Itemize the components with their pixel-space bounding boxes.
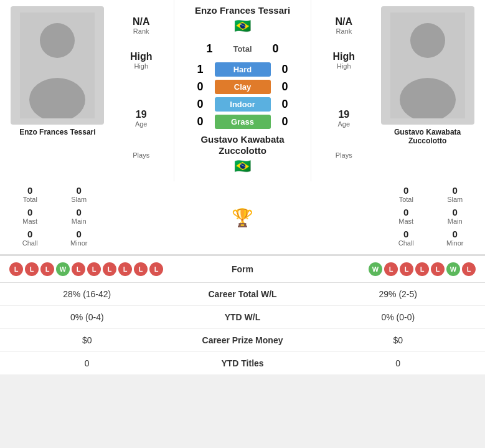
player2-plays-label: Plays <box>336 151 352 159</box>
player1-high-label: High <box>134 62 148 70</box>
form-badge-p1: L <box>118 262 132 276</box>
player2-high-value: High <box>333 51 356 62</box>
form-section: LLLWLLLLLL Form WLLLLWL <box>0 255 485 283</box>
form-badge-p1: L <box>103 262 116 276</box>
player1-age-label: Age <box>135 120 148 128</box>
player2-avatar-block: Gustavo Kawabata Zuccolotto <box>376 0 485 181</box>
stats-right-val: 0% (0-0) <box>311 312 486 322</box>
stats-left-val: 28% (16-42) <box>0 289 174 299</box>
trophy-center: 🏆 <box>109 181 376 254</box>
player2-rank-label: Rank <box>336 27 352 35</box>
form-badge-p1: L <box>9 262 23 276</box>
player2-high-label: High <box>337 62 351 70</box>
form-badge-p1: L <box>149 262 163 276</box>
player2-age-value: 19 <box>338 109 349 120</box>
player2-mast-lbl: Mast <box>398 217 413 225</box>
player1-age-value: 19 <box>136 109 147 120</box>
player1-mast-lbl: Mast <box>22 217 37 225</box>
player1-name-top: Enzo Frances Tessari 🇧🇷 <box>195 5 290 36</box>
stats-row: 0 YTD Titles 0 <box>0 352 485 375</box>
total-score-row: 1 Total 0 <box>200 42 285 55</box>
player1-mid-stats: N/A Rank High High 19 Age Plays <box>109 0 174 181</box>
player2-high-section: High High <box>333 51 356 70</box>
player1-slam-val: 0 <box>77 185 82 196</box>
player2-age-section: 19 Age <box>338 109 351 128</box>
player2-chall-val: 0 <box>403 229 408 239</box>
grass-row: 0 Grass 0 <box>177 115 308 129</box>
player1-total-val: 0 <box>27 185 32 196</box>
stats-center-label: YTD Titles <box>174 358 311 368</box>
stats-center-label: Career Total W/L <box>174 289 311 299</box>
player2-minor-val: 0 <box>453 229 458 239</box>
player2-name-header: Gustavo Kawabata Zuccolotto <box>177 134 308 156</box>
player1-total-stat: 0 Total <box>6 184 54 204</box>
player1-chall-val: 0 <box>27 229 32 239</box>
indoor-row: 0 Indoor 0 <box>177 97 308 112</box>
form-badge-p1: L <box>40 262 54 276</box>
players-top-section: Enzo Frances Tessari N/A Rank High High … <box>0 0 485 181</box>
player2-total-lbl: Total <box>399 196 413 203</box>
player2-chall-stat: 0 Chall <box>382 227 430 248</box>
form-badge-p2: L <box>384 262 398 276</box>
clay-p1-score: 0 <box>191 80 210 93</box>
player1-high-section: High High <box>130 51 153 70</box>
player1-rank-value: N/A <box>133 16 150 27</box>
player1-flag: 🇧🇷 <box>234 18 251 34</box>
player1-mast-stat: 0 Mast <box>6 206 54 226</box>
player2-mast-val: 0 <box>403 207 408 217</box>
player2-name-below: Gustavo Kawabata Zuccolotto <box>376 128 479 145</box>
clay-p2-score: 0 <box>276 80 294 93</box>
player1-minor-stat: 0 Minor <box>55 227 103 248</box>
player1-chall-stat: 0 Chall <box>6 227 54 248</box>
player2-name-bottom: Gustavo Kawabata Zuccolotto 🇧🇷 <box>177 134 308 176</box>
player2-slam-lbl: Slam <box>447 196 463 203</box>
player1-main-lbl: Main <box>72 217 87 225</box>
player2-chall-lbl: Chall <box>398 239 414 247</box>
svg-point-1 <box>40 23 75 58</box>
player2-form-badges: WLLLLWL <box>274 262 476 276</box>
form-badge-p1: L <box>25 262 39 276</box>
hard-badge: Hard <box>215 62 271 77</box>
player1-name-header: Enzo Frances Tessari <box>195 5 290 16</box>
stats-center-label: YTD W/L <box>174 312 311 322</box>
hard-p2-score: 0 <box>276 63 294 76</box>
form-badge-p2: L <box>431 262 445 276</box>
stats-grid-section: 0 Total 0 Slam 0 Mast 0 Main 0 Chall <box>0 181 485 255</box>
stats-row: 0% (0-4) YTD W/L 0% (0-0) <box>0 306 485 329</box>
player1-chall-lbl: Chall <box>22 239 38 247</box>
player2-avatar <box>381 6 474 125</box>
stats-left-val: 0 <box>0 358 174 368</box>
surface-rows: 1 Hard 0 0 Clay 0 0 Indoor 0 0 Grass <box>177 62 308 129</box>
player1-avatar <box>11 6 104 125</box>
player2-main-val: 0 <box>453 207 458 217</box>
indoor-p1-score: 0 <box>191 98 210 111</box>
stats-center-label: Career Prize Money <box>174 335 311 345</box>
player2-total-val: 0 <box>403 185 408 196</box>
player1-total-lbl: Total <box>23 196 37 203</box>
player1-stats-grid: 0 Total 0 Slam 0 Mast 0 Main 0 Chall <box>0 181 109 254</box>
clay-row: 0 Clay 0 <box>177 80 308 94</box>
stats-left-val: 0% (0-4) <box>0 312 174 322</box>
player2-total-score: 0 <box>266 42 285 55</box>
stats-left-val: $0 <box>0 335 174 345</box>
player2-stats-grid: 0 Total 0 Slam 0 Mast 0 Main 0 Chall <box>376 181 485 254</box>
player1-rank-label: Rank <box>133 27 149 35</box>
trophy-icon: 🏆 <box>232 207 253 228</box>
player1-minor-lbl: Minor <box>70 239 88 247</box>
main-container: Enzo Frances Tessari N/A Rank High High … <box>0 0 485 375</box>
form-badge-p1: L <box>134 262 148 276</box>
player1-rank-section: N/A Rank <box>133 16 150 35</box>
stats-table: 28% (16-42) Career Total W/L 29% (2-5) 0… <box>0 283 485 375</box>
player2-slam-val: 0 <box>453 185 458 196</box>
player1-minor-val: 0 <box>77 229 82 239</box>
indoor-badge: Indoor <box>215 97 271 112</box>
form-badge-p1: L <box>87 262 101 276</box>
player1-age-section: 19 Age <box>135 109 148 128</box>
player1-form-badges: LLLWLLLLLL <box>9 262 212 276</box>
player1-mast-val: 0 <box>27 207 32 217</box>
hard-p1-score: 1 <box>191 63 210 76</box>
player1-main-val: 0 <box>77 207 82 217</box>
svg-point-4 <box>410 23 445 58</box>
player1-plays-label: Plays <box>133 151 149 159</box>
player2-plays-section: Plays <box>336 151 352 159</box>
